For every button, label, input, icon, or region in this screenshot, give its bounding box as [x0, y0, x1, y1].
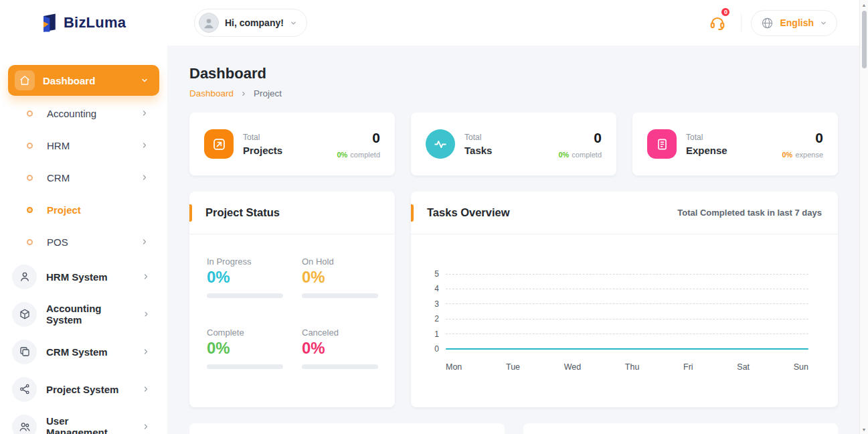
sidebar-item-project-system[interactable]: Project System [0, 370, 167, 408]
x-tick: Wed [564, 362, 581, 372]
chevron-right-icon [142, 423, 150, 431]
chart-x-axis: Mon Tue Wed Thu Fri Sat Sun [427, 362, 808, 372]
sidebar-item-label: HRM System [46, 271, 108, 283]
language-selector[interactable]: English [751, 10, 837, 36]
y-tick: 1 [427, 330, 439, 339]
sidebar-item-accounting[interactable]: Accounting [0, 97, 167, 129]
bottom-card-right [523, 423, 839, 434]
sidebar-item-label: User Management [46, 415, 133, 434]
brand-logo-icon [40, 13, 58, 33]
bullet-icon [27, 143, 33, 149]
stat-sub-percent: 0% [782, 151, 793, 159]
stat-card-projects[interactable]: Total Projects 0 0%completd [189, 113, 395, 175]
progress-bar [302, 364, 378, 369]
sidebar-item-label: Project System [46, 384, 118, 395]
status-value: 0% [302, 339, 378, 358]
sidebar-item-label: CRM [47, 172, 70, 184]
status-item-canceled: Canceled 0% [302, 328, 378, 369]
progress-bar [207, 293, 283, 298]
stat-label-top: Total [686, 133, 727, 142]
scroll-down-arrow[interactable]: ▼ [860, 425, 868, 434]
chevron-right-icon [142, 385, 150, 393]
breadcrumb-dashboard[interactable]: Dashboard [189, 88, 234, 98]
panel-subtitle: Total Completed task in last 7 days [677, 208, 822, 218]
panel-title: Project Status [205, 206, 280, 219]
stat-labels: Total Tasks [464, 133, 492, 156]
sidebar-item-label: POS [47, 236, 68, 248]
expense-icon [647, 129, 677, 159]
status-label: In Progress [207, 257, 283, 267]
tasks-icon [426, 129, 455, 159]
sidebar-item-hrm-system[interactable]: HRM System [0, 258, 167, 295]
breadcrumb: Dashboard Project [189, 88, 838, 98]
sidebar-item-crm-system[interactable]: CRM System [0, 333, 167, 370]
status-value: 0% [302, 268, 378, 287]
page-title: Dashboard [189, 65, 838, 82]
y-tick: 2 [427, 314, 439, 323]
scrollbar[interactable]: ▲ ▼ [859, 0, 868, 434]
user-menu[interactable]: Hi, company! [194, 9, 307, 37]
sidebar-item-label: Accounting [47, 108, 96, 119]
chevron-down-icon [820, 19, 827, 27]
sidebar-item-project[interactable]: Project [0, 194, 167, 226]
top-header: BizLuma Hi, company! 0 English [0, 0, 868, 46]
stat-value: 0 [337, 130, 380, 146]
chevron-down-icon [290, 19, 297, 27]
status-item-complete: Complete 0% [207, 328, 283, 369]
header-divider [741, 14, 742, 31]
status-item-on-hold: On Hold 0% [302, 257, 378, 298]
bullet-icon [27, 111, 33, 117]
progress-bar [207, 364, 283, 369]
breadcrumb-current: Project [254, 88, 282, 98]
stat-subtext: 0%expense [782, 151, 824, 159]
gridline [446, 319, 808, 319]
sidebar-item-accounting-system[interactable]: Accounting System [0, 295, 167, 333]
x-tick: Thu [625, 362, 640, 372]
sidebar-item-pos[interactable]: POS [0, 226, 167, 258]
chevron-right-icon [141, 238, 149, 246]
chart-plot-area: 5 4 3 2 1 0 [427, 269, 808, 354]
brand-logo[interactable]: BizLuma [0, 13, 167, 33]
sidebar-item-crm[interactable]: CRM [0, 161, 167, 194]
sidebar-item-hrm[interactable]: HRM [0, 129, 167, 161]
chevron-right-icon [143, 310, 150, 318]
tasks-overview-panel: Tasks Overview Total Completed task in l… [411, 192, 838, 407]
x-tick: Mon [446, 362, 462, 372]
status-label: Canceled [302, 328, 378, 338]
stat-labels: Total Expense [686, 133, 727, 156]
scroll-up-arrow[interactable]: ▲ [860, 0, 868, 9]
stat-card-tasks[interactable]: Total Tasks 0 0%completd [411, 113, 616, 175]
avatar [199, 13, 219, 33]
sidebar-item-dashboard[interactable]: Dashboard [8, 65, 159, 96]
panel-title: Tasks Overview [427, 206, 510, 219]
copy-card-icon [12, 340, 37, 364]
sidebar-menu: Accounting HRM CRM Project POS HRM Syste [0, 97, 167, 434]
chevron-right-icon [142, 348, 150, 356]
x-tick: Fri [683, 362, 693, 372]
share-icon [12, 377, 37, 402]
language-label: English [780, 17, 814, 28]
stat-labels: Total Projects [243, 133, 282, 156]
sidebar-dashboard-label: Dashboard [43, 75, 133, 86]
gridline [446, 303, 808, 304]
sidebar-item-user-management[interactable]: User Management [0, 408, 167, 434]
users-icon [12, 415, 37, 434]
chevron-right-icon [141, 109, 149, 117]
box-icon [12, 302, 37, 327]
notifications-button[interactable]: 0 [703, 9, 731, 37]
bullet-icon [27, 239, 33, 245]
brand-name: BizLuma [64, 14, 126, 31]
stat-label-top: Total [464, 133, 492, 142]
bottom-card-left [189, 423, 505, 434]
header-actions: 0 English [703, 9, 837, 37]
stat-card-expense[interactable]: Total Expense 0 0%expense [632, 113, 838, 175]
greeting-text: Hi, company! [225, 17, 284, 28]
panel-header: Project Status [189, 192, 395, 234]
globe-icon [761, 17, 774, 29]
stat-label-bottom: Expense [686, 145, 727, 156]
scrollbar-thumb[interactable] [862, 11, 867, 68]
sidebar-item-label: CRM System [46, 346, 108, 358]
gridline [446, 289, 808, 289]
stat-label-top: Total [243, 133, 282, 142]
panels-row: Project Status In Progress 0% On Hold 0%… [189, 192, 838, 407]
